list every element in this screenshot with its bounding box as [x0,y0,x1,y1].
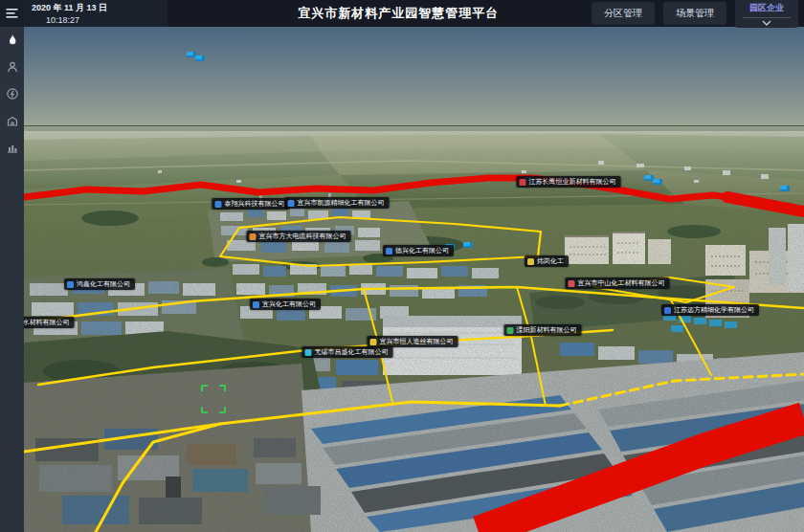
dropdown-divider [743,17,791,18]
top-bar: 2020 年 11 月 13 日 10:18:27 宜兴市新材料产业园智慧管理平… [24,0,804,27]
zone-management-button[interactable]: 分区管理 [592,2,655,25]
company-marker-icon [305,349,312,356]
menu-button[interactable] [0,0,24,27]
company-label-text: 鸿鑫化工有限公司 [77,280,130,288]
sidebar-item-stats[interactable] [0,134,24,161]
vehicle-marker[interactable] [463,242,473,248]
sidebar [0,0,24,532]
company-label[interactable]: 宜兴市凯源精细化工有限公司 [285,197,390,209]
company-label[interactable]: 宜兴市防水材料有限公司 [24,317,75,328]
company-label[interactable]: 炜岗化工 [525,255,569,267]
sidebar-item-user[interactable] [0,54,24,80]
company-marker-icon [250,233,257,240]
company-marker-icon [370,339,377,345]
current-date: 2020 年 11 月 13 日 [32,2,168,14]
company-label[interactable]: 宜兴市中山化工材料有限公司 [566,277,670,289]
park-enterprise-dropdown[interactable]: 园区企业 [735,0,798,28]
map-viewport[interactable]: 泰翔兴科技有限公司宜兴市凯源精细化工有限公司宜兴市方大电缆科技有限公司德兴化工有… [24,27,804,532]
fire-icon [6,33,19,47]
company-label[interactable]: 泰翔兴科技有限公司 [212,198,290,210]
company-label-text: 宜兴市凯源精细化工有限公司 [298,199,385,207]
app-window: 2020 年 11 月 13 日 10:18:27 宜兴市新材料产业园智慧管理平… [0,0,804,532]
current-time: 10:18:27 [46,15,168,25]
company-label-text: 溧阳新材料有限公司 [517,326,577,334]
company-marker-icon [520,179,526,186]
page-title: 宜兴市新材料产业园智慧管理平台 [298,5,499,22]
company-label[interactable]: 江苏远方精细化学有限公司 [661,304,759,316]
sidebar-item-fire[interactable] [0,27,24,54]
company-marker-icon [386,248,392,255]
company-label[interactable]: 鸿鑫化工有限公司 [64,278,135,290]
company-marker-icon [569,280,575,287]
company-marker-icon [67,281,74,288]
company-label-text: 宜兴市方大电缆科技有限公司 [259,233,346,240]
company-marker-icon [215,201,222,208]
chevron-down-icon [762,20,771,26]
company-label[interactable]: 德兴化工有限公司 [383,245,454,256]
company-marker-icon [253,301,259,308]
energy-icon [6,87,19,100]
vehicle-marker[interactable] [653,179,662,185]
company-marker-icon [664,307,671,314]
company-label-text: 江苏远方精细化学有限公司 [674,306,754,314]
company-label-text: 宜兴市恒人造丝有限公司 [380,338,454,345]
company-marker-icon [527,258,534,265]
dropdown-selected-label: 园区企业 [749,2,784,14]
user-icon [6,60,19,74]
company-marker-icon [507,327,514,334]
company-label-text: 炜岗化工 [537,257,564,265]
company-label-text: 宜兴市防水材料有限公司 [24,319,70,326]
company-label-text: 宜兴化工有限公司 [262,300,316,308]
vehicle-marker[interactable] [195,55,205,61]
vehicle-marker[interactable] [780,186,790,191]
company-label-text: 宜兴市中山化工材料有限公司 [578,279,665,287]
company-label[interactable]: 溧阳新材料有限公司 [504,324,582,336]
sidebar-item-energy[interactable] [0,80,24,107]
company-label-text: 德兴化工有限公司 [395,247,449,255]
company-label[interactable]: 无锡市昌盛化工有限公司 [302,346,393,358]
company-label-text: 无锡市昌盛化工有限公司 [315,348,389,356]
company-label[interactable]: 江苏长鹰恒业新材料有限公司 [517,176,621,188]
scene-management-button[interactable]: 场景管理 [663,2,726,25]
company-label-text: 泰翔兴科技有限公司 [225,200,285,208]
company-label[interactable]: 宜兴化工有限公司 [250,299,321,310]
company-label[interactable]: 宜兴市方大电缆科技有限公司 [247,231,351,242]
factory-icon [6,114,19,127]
topbar-actions: 分区管理 场景管理 园区企业 [592,0,804,28]
company-marker-icon [288,200,295,207]
map-overlay: 泰翔兴科技有限公司宜兴市凯源精细化工有限公司宜兴市方大电缆科技有限公司德兴化工有… [24,27,804,532]
sidebar-item-factory[interactable] [0,107,24,134]
datetime-block: 2020 年 11 月 13 日 10:18:27 [24,0,168,27]
company-label-text: 江苏长鹰恒业新材料有限公司 [529,178,616,186]
menu-icon [6,8,18,19]
stats-icon [6,141,19,154]
